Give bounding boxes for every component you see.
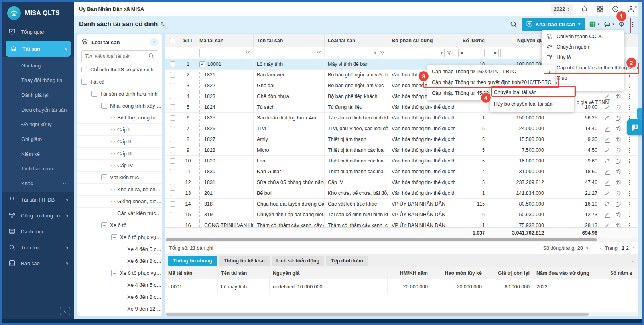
sidebar-item-report[interactable]: Báo cáo∨ — [2, 255, 74, 271]
collapse-node-icon[interactable]: − — [101, 174, 107, 180]
tree-node[interactable]: Biệt thự, công trình x... — [77, 112, 162, 124]
next-page-button[interactable]: › — [633, 245, 634, 251]
duplicate-icon[interactable] — [615, 158, 621, 164]
tab-lịch-sử-biến-động[interactable]: Lịch sử biến động — [272, 256, 324, 266]
row-checkbox[interactable] — [170, 137, 175, 142]
row-menu-kebab-icon[interactable]: ⋮ — [627, 190, 632, 196]
duplicate-icon[interactable] — [615, 94, 621, 100]
row-checkbox[interactable] — [170, 115, 175, 121]
tree-node[interactable]: −Nhà, công trình xây dựng — [77, 100, 162, 112]
duplicate-icon[interactable] — [615, 126, 621, 132]
user-profile-icon[interactable]: ▾ — [627, 5, 637, 13]
tree-node[interactable]: Xe 4 đến 5 chỗ — [77, 243, 162, 255]
tree-node[interactable]: Cấp I — [77, 124, 162, 136]
filter-type-select[interactable]: ▾ — [328, 49, 378, 57]
collapse-node-icon[interactable]: − — [101, 103, 107, 109]
sidebar-item-roller[interactable]: Công cụ dụng cụ∨ — [2, 208, 74, 223]
menu-item[interactable]: Hủy lô — [542, 52, 624, 63]
filter-price-input[interactable] — [500, 49, 544, 57]
sidebar-subitem[interactable]: Ghi tăng — [2, 58, 74, 73]
duplicate-icon[interactable] — [615, 201, 621, 207]
table-row[interactable]: 15319Chuyển tiền Lắp đặt bảng hiệu ...Tà… — [165, 209, 638, 220]
sidebar-subitem[interactable]: Kiểm kê — [2, 147, 74, 161]
tree-node[interactable]: −Tất cả — [77, 76, 162, 88]
tab-thông-tin-kê-khai[interactable]: Thông tin kê khai — [219, 256, 270, 266]
table-row[interactable]: 61825Sân khấu di động 6m x 4mTài sản cố … — [165, 113, 638, 123]
table-row[interactable]: 121831Sữa chữa 05 phòng chức năng ...Cấp… — [165, 177, 638, 188]
duplicate-icon[interactable] — [615, 169, 621, 175]
sidebar-item-search[interactable]: Tra cứu∨ — [2, 239, 74, 255]
row-checkbox[interactable] — [170, 169, 175, 174]
row-checkbox[interactable] — [170, 212, 175, 217]
row-menu-kebab-icon[interactable]: ⋮ — [627, 168, 632, 175]
tree-search-input[interactable] — [85, 53, 148, 59]
row-menu-kebab-icon[interactable]: ⋮ — [627, 201, 632, 207]
collapse-node-icon[interactable]: − — [91, 91, 97, 97]
edit-icon[interactable] — [605, 137, 610, 143]
export-excel-button[interactable]: ▾ — [589, 21, 600, 28]
duplicate-icon[interactable] — [615, 147, 621, 153]
collapse-node-icon[interactable]: − — [111, 270, 117, 276]
duplicate-icon[interactable] — [615, 212, 621, 218]
scrollbar-thumb[interactable] — [166, 313, 589, 316]
detail-horizontal-scrollbar[interactable] — [165, 312, 638, 316]
row-menu-kebab-icon[interactable]: ⋮ — [627, 211, 632, 218]
tree-node[interactable]: Kho chứa, bể chứa, b... — [77, 184, 162, 196]
menu-item[interactable]: Chuyển loại tài sản — [490, 86, 574, 98]
prev-page-button[interactable]: ‹ — [600, 245, 602, 251]
page-number[interactable]: 2 — [625, 245, 630, 251]
filter-funnel-icon[interactable] — [380, 51, 385, 55]
row-menu-kebab-icon[interactable]: ⋮ — [627, 136, 632, 143]
row-checkbox[interactable] — [170, 201, 175, 207]
row-checkbox[interactable] — [170, 83, 175, 88]
tab-tệp-đính-kèm[interactable]: Tệp đính kèm — [326, 256, 368, 266]
edit-icon[interactable] — [605, 190, 610, 196]
refresh-icon[interactable]: ↻ — [161, 21, 166, 28]
row-checkbox[interactable] — [170, 61, 175, 67]
sidebar-item-road[interactable]: Tài sản HT-ĐB∨ — [2, 192, 74, 208]
tree-node[interactable]: Các vật kiến trúc khá... — [77, 208, 162, 219]
edit-icon[interactable] — [605, 147, 610, 153]
edit-icon[interactable] — [605, 212, 610, 218]
row-checkbox[interactable] — [170, 147, 175, 153]
collapse-node-icon[interactable]: − — [111, 234, 117, 240]
sidebar-collapse-button[interactable]: ‹ — [60, 307, 70, 315]
row-menu-kebab-icon[interactable]: ⋮ — [627, 93, 632, 100]
sidebar-subitem[interactable]: Đề nghị xử lý — [2, 117, 74, 132]
collapse-node-icon[interactable]: − — [101, 222, 107, 228]
print-button[interactable]: ▾ — [603, 21, 614, 28]
table-row[interactable]: 14318Chậu hoa đặt tuyến đường Giồ...Các … — [165, 199, 638, 209]
side-expand-tab[interactable]: › — [637, 108, 643, 119]
panel-collapse-button[interactable]: ‹ — [150, 38, 158, 46]
tree-node[interactable]: Xe 9 đến 12 chỗ — [77, 303, 162, 315]
row-checkbox[interactable] — [170, 126, 175, 131]
sidebar-item-list[interactable]: Danh mục — [2, 223, 74, 239]
sidebar-subitem[interactable]: Thay đổi thông tin — [2, 73, 74, 88]
filter-qty-input[interactable] — [467, 49, 485, 57]
table-row[interactable]: 16CONG TRINH VAN HOThảm cỏ, thảm cây xan… — [165, 220, 638, 227]
row-checkbox[interactable] — [170, 94, 175, 99]
edit-icon[interactable] — [605, 115, 610, 121]
filter-equals-icon[interactable]: = — [492, 49, 499, 57]
menu-item[interactable]: Chuyển thành CCDC — [542, 31, 624, 42]
show-incurred-checkbox[interactable] — [81, 67, 87, 72]
page-number[interactable]: 1 — [621, 245, 625, 251]
table-row[interactable]: 71826Ti viTi vi, đầu Video, các loại đầu… — [165, 123, 638, 134]
tab-thông-tin-chung[interactable]: Thông tin chung — [168, 256, 217, 266]
row-menu-kebab-icon[interactable]: ⋮ — [627, 82, 632, 89]
filter-funnel-icon[interactable] — [447, 51, 451, 55]
table-row[interactable]: 81827AmlyThiết bị âm thanhVăn hóa thông … — [165, 134, 638, 145]
tree-node[interactable]: −Vật kiến trúc — [77, 172, 162, 184]
tree-node[interactable]: Xe 6 đến 8 chỗ — [77, 255, 162, 267]
edit-icon[interactable] — [605, 223, 610, 228]
sidebar-subitem[interactable]: Khác⋯ — [2, 176, 74, 191]
row-menu-kebab-icon[interactable]: ⋮ — [627, 72, 632, 78]
filter-dept-select[interactable]: ▾ — [392, 49, 445, 57]
sidebar-subitem[interactable]: Ghi giảm — [2, 132, 74, 147]
edit-icon[interactable] — [605, 126, 610, 132]
edit-icon[interactable] — [605, 158, 610, 164]
table-row[interactable]: 13201Bể bơiKho chứa, bể chứa, bãi đỗ, sâ… — [165, 188, 638, 199]
sidebar-item-overview[interactable]: Tổng quan — [2, 24, 74, 40]
year-spinner-icon[interactable]: ▲▼ — [567, 7, 570, 12]
tree-node[interactable]: Giếng khoan, giếng đ... — [77, 196, 162, 208]
